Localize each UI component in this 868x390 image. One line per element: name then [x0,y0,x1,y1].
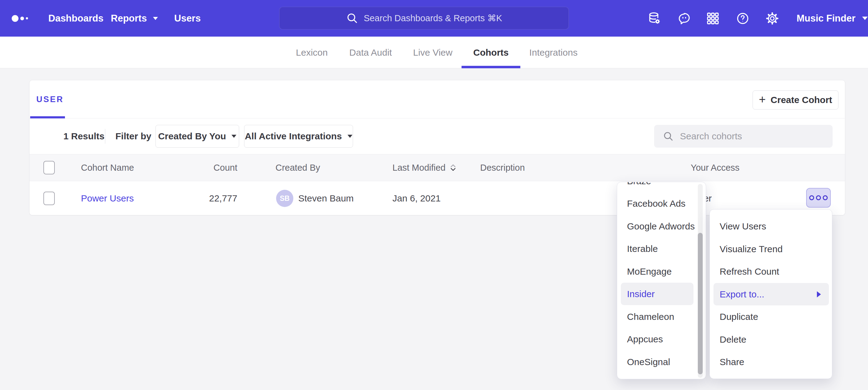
export-destinations-submenu: Braze Facebook Ads Google Adwords Iterab… [617,182,706,379]
section-tab-bar: Lexicon Data Audit Live View Cohorts Int… [0,37,868,68]
tab-data-audit[interactable]: Data Audit [349,37,392,68]
tab-live-view[interactable]: Live View [413,37,453,68]
menu-item-label: Export to... [720,289,764,300]
menu-item-insider[interactable]: Insider [621,283,693,305]
tab-label: Lexicon [296,47,328,58]
top-nav-bar: Dashboards Reports Users Search Dashboar… [0,0,868,37]
submenu-arrow-icon [817,291,821,297]
logo-dot-medium [20,17,24,20]
chevron-down-icon [153,17,158,20]
column-label: Last Modified [393,163,446,173]
menu-item-google-adwords[interactable]: Google Adwords [617,215,706,237]
submenu-scrollbar-thumb[interactable] [698,233,703,374]
menu-item-braze[interactable]: Braze [617,182,706,192]
data-settings-icon[interactable] [647,11,661,26]
avatar: SB [276,190,293,207]
chevron-down-icon [347,135,352,138]
chevron-down-icon [231,135,237,138]
column-header-created-by[interactable]: Created By [276,154,320,181]
button-label: Create Cohort [771,95,832,105]
select-all-checkbox[interactable] [43,161,55,174]
cohort-count: 22,777 [185,181,237,215]
filter-toolbar: 1 Results Filter by Created By You All A… [30,119,845,154]
menu-item-export-to[interactable]: Export to... [713,283,829,305]
menu-item-onesignal[interactable]: OneSignal [617,351,706,373]
filter-by-label: Filter by [116,119,151,154]
project-name: Music Finder [797,13,856,24]
last-modified-date: Jan 6, 2021 [393,181,441,215]
tab-lexicon[interactable]: Lexicon [296,37,328,68]
active-tab-underline [30,116,65,119]
logo-dot-small [26,17,28,20]
menu-item-chameleon[interactable]: Chameleon [617,305,706,328]
tab-label: Live View [413,47,453,58]
settings-gear-icon[interactable] [765,11,779,26]
dropdown-label: Created By You [158,131,226,141]
column-header-count[interactable]: Count [185,154,237,181]
filter-created-by-dropdown[interactable]: Created By You [155,125,239,148]
row-actions-button[interactable] [806,188,831,207]
nav-item-label: Reports [111,13,147,24]
menu-item-facebook-ads[interactable]: Facebook Ads [617,192,706,215]
tab-label: Cohorts [473,47,509,58]
filter-integrations-dropdown[interactable]: All Active Integrations [244,125,353,148]
nav-item-users[interactable]: Users [174,0,201,37]
search-icon [663,131,674,142]
cohort-type-header: USER + Create Cohort [30,80,845,119]
logo-dot-large [12,15,19,22]
create-cohort-button[interactable]: + Create Cohort [752,90,838,109]
menu-item-visualize-trend[interactable]: Visualize Trend [710,238,832,260]
column-header-description[interactable]: Description [480,154,525,181]
menu-item-duplicate[interactable]: Duplicate [710,305,832,328]
column-header-your-access[interactable]: Your Access [691,154,740,181]
help-icon[interactable] [736,11,750,26]
column-header-last-modified[interactable]: Last Modified [393,154,457,181]
row-checkbox[interactable] [43,192,55,205]
chevron-down-icon [862,17,868,20]
row-actions-menu: View Users Visualize Trend Refresh Count… [710,209,832,379]
mixpanel-logo-icon[interactable] [12,0,28,37]
cohorts-panel: USER + Create Cohort 1 Results Filter by… [29,80,845,215]
menu-item-view-users[interactable]: View Users [710,215,832,237]
nav-item-reports[interactable]: Reports [111,0,158,37]
tab-integrations[interactable]: Integrations [529,37,578,68]
cohort-search-input[interactable] [654,125,833,148]
menu-item-appcues[interactable]: Appcues [617,328,706,350]
search-icon [346,12,358,24]
column-header-cohort-name[interactable]: Cohort Name [81,154,134,181]
tab-cohorts[interactable]: Cohorts [473,37,509,68]
menu-item-delete[interactable]: Delete [710,328,832,351]
nav-item-label: Users [174,13,201,24]
project-selector[interactable]: Music Finder [797,0,868,37]
tab-label: USER [36,95,64,104]
menu-item-iterable[interactable]: Iterable [617,237,706,260]
dot-icon [816,195,821,200]
tab-user-cohorts[interactable]: USER [36,80,64,119]
results-count: 1 Results [63,119,104,154]
divider [105,129,105,143]
menu-item-refresh-count[interactable]: Refresh Count [710,260,832,283]
dot-icon [823,195,828,200]
feedback-icon[interactable] [677,11,691,26]
global-search-placeholder: Search Dashboards & Reports ⌘K [364,13,502,23]
sort-icon[interactable] [450,164,457,172]
global-search-button[interactable]: Search Dashboards & Reports ⌘K [279,7,569,30]
nav-item-label: Dashboards [48,13,103,24]
plus-icon: + [759,94,766,105]
apps-grid-icon[interactable] [706,11,720,26]
app-root: Dashboards Reports Users Search Dashboar… [0,0,868,390]
menu-item-moengage[interactable]: MoEngage [617,260,706,283]
menu-item-share[interactable]: Share [710,351,832,373]
created-by-name: Steven Baum [298,181,354,215]
table-header: Cohort Name Count Created By Last Modifi… [30,154,845,181]
cohort-name-link[interactable]: Power Users [81,193,134,204]
dropdown-label: All Active Integrations [245,131,342,141]
dot-icon [809,195,814,200]
nav-item-dashboards[interactable]: Dashboards [48,0,103,37]
tab-label: Integrations [529,47,578,58]
cohort-search-box [654,125,833,148]
tab-label: Data Audit [349,47,392,58]
